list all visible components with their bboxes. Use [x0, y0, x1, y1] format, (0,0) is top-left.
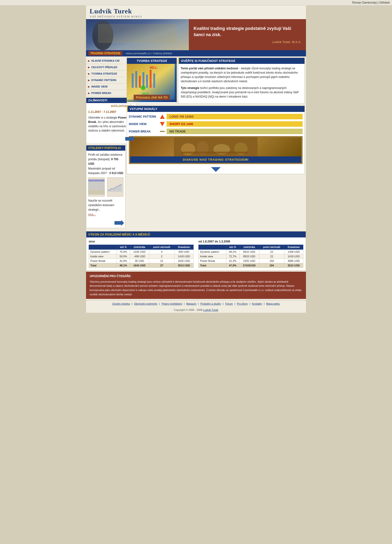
- col-header: [199, 245, 226, 249]
- cell: 50,0%: [117, 254, 130, 259]
- nav-inside[interactable]: ▶ INSIDE VIEW: [86, 83, 125, 90]
- footer-link-kontakty[interactable]: Kontakty: [252, 302, 262, 305]
- nav-celkovy[interactable]: ▶ CELKOVÝ PŘEHLED: [86, 64, 125, 71]
- vice-link[interactable]: více...: [88, 213, 96, 216]
- footer-link-forum[interactable]: Fórum: [225, 302, 233, 305]
- cell: 48,1%: [117, 263, 130, 268]
- cell: 1358 USD: [284, 249, 303, 254]
- cell: 1643 USD: [130, 263, 149, 268]
- top-sections: TVORBA STRATEGIÍ: [127, 58, 305, 104]
- signal-arrow-down-icon: [160, 122, 165, 126]
- cell: 1418 USD: [175, 254, 194, 259]
- diskuse-banner[interactable]: DISKUSE NAD TRADING STRATEGIEMI: [129, 136, 303, 164]
- stats-table-left: win % zisk/ztráta počet obchodů Drawdown…: [89, 245, 194, 268]
- cell: 3513 USD: [175, 263, 194, 268]
- vysledky-body: Profit od začátku existence portálu (lis…: [86, 151, 125, 219]
- vykon-right: od 1.8.2007 do 1.3.2008 win % zisk/ztrát…: [198, 240, 303, 268]
- cell: 22: [259, 249, 284, 254]
- footer-links: Úvodní stránka | Obchodní podmínky | Prá…: [86, 300, 306, 307]
- cell: 41,3%: [226, 259, 239, 263]
- col-header: Drawdown: [284, 245, 303, 249]
- tvorba-image: SELL↓ ↑BUY Průvodce JAK NA TO: [127, 64, 177, 102]
- cell: 42,9%: [117, 259, 130, 263]
- cell: 27: [149, 263, 174, 268]
- signaly-section: VSTUPNÍ SIGNÁLY DYNAMIC PATTERN LONG YM …: [127, 106, 305, 174]
- nav-item-label: TVORBA STRATEGIÍ: [91, 72, 117, 75]
- nav-hlavni[interactable]: ▶ HLAVNÍ STRÁNKA CW: [86, 58, 125, 64]
- vykon-body: únor win % zisk/ztráta počet obchodů Dra…: [86, 237, 306, 270]
- tvorba-section: TVORBA STRATEGIÍ: [127, 58, 177, 104]
- overit-body: Tento portál vám přináší unikátní možnos…: [178, 64, 304, 104]
- nav-item-label: DYNAMIC PATTERN: [91, 79, 117, 82]
- tvorba-label: Průvodce JAK NA TO: [134, 95, 170, 100]
- copyright-link[interactable]: Ludvík Turek: [203, 308, 218, 311]
- nav-tvorba[interactable]: ▶ TVORBA STRATEGIÍ: [86, 71, 125, 77]
- nav-item-label: HLAVNÍ STRÁNKA CW: [91, 59, 119, 62]
- table-row: Inside view 72,7% 8503 USD 22 1418 USD: [199, 254, 303, 259]
- vysledky-header: VÝSLEDKY PORTFOLIA: [86, 145, 125, 151]
- upozorneni-section: UPOZORNĚNÍ PRO ČTENÁŘE: Všechny prezento…: [86, 272, 306, 299]
- table-row: Dynamic pattern 68,2% 6815 USD 22 1358 U…: [199, 249, 303, 254]
- table-row-total: Total 47,9% 17243USD 194 3513 USD: [199, 263, 303, 268]
- logout-link[interactable]: Odhlásit: [379, 1, 390, 4]
- cell: 3085 USD: [284, 259, 303, 263]
- nav-dynamic[interactable]: ▶ DYNAMIC PATTERN: [86, 77, 125, 83]
- footer-link-pravni[interactable]: Právní prohlášení: [162, 302, 182, 305]
- logo: Ludvík Turek Váš průvodce světem burzy: [90, 7, 142, 18]
- vykon-section: VÝKON ZA POSLEDNÍ MĚSÍC A 6 MĚSÍCŮ únor …: [86, 231, 306, 271]
- footer-link-mapa[interactable]: Mapa webu: [266, 302, 280, 305]
- vysledky-section: VÝSLEDKY PORTFOLIA Profit od začátku exi…: [86, 145, 125, 228]
- cell: Dynamic pattern: [199, 249, 226, 254]
- svg-rect-3: [135, 71, 137, 88]
- signal-row-power: POWER BREAK NO TRADE: [127, 129, 304, 134]
- footer-link-obchodni[interactable]: Obchodní podmínky: [134, 302, 158, 305]
- signal-value-inside: SHORT ES 1445: [167, 121, 303, 127]
- svg-rect-2: [132, 73, 134, 88]
- left-nav: ▶ HLAVNÍ STRÁNKA CW ▶ CELKOVÝ PŘEHLED ▶ …: [86, 56, 125, 230]
- cell: 8503 USD: [239, 254, 259, 259]
- signal-row-dynamic: DYNAMIC PATTERN LONG YM 13400: [127, 114, 304, 119]
- breadcrumb: www.czechwealth.cz > Celkový přehled: [126, 52, 172, 55]
- cell: 72,7%: [226, 254, 239, 259]
- table-row: Power Break 41,3% 1925 USD 150 3085 USD: [199, 259, 303, 263]
- nav-item-label: POWER BREAK: [91, 92, 111, 95]
- cell: -498 USD: [130, 254, 149, 259]
- footer-link-procleny[interactable]: Pro členy: [237, 302, 248, 305]
- vykon-header: VÝKON ZA POSLEDNÍ MĚSÍC A 6 MĚSÍCŮ: [86, 231, 306, 237]
- user-link[interactable]: Roman Damborský: [352, 1, 377, 4]
- content-area: ▶ HLAVNÍ STRÁNKA CW ▶ CELKOVÝ PŘEHLED ▶ …: [86, 56, 306, 230]
- nav-item-label: CELKOVÝ PŘEHLED: [91, 66, 117, 69]
- banner-text: Kvalitní trading strategie podstatně zvy…: [189, 19, 306, 50]
- trading-label: TRADING STRATEGIE: [88, 51, 122, 55]
- nav-arrow-icon: ▶: [88, 72, 90, 75]
- nav-power[interactable]: ▶ POWER BREAK: [86, 90, 125, 96]
- cell: 3513 USD: [284, 263, 303, 268]
- vysledky-line2: Maximální propad od listopadu 2007 : 3 5…: [88, 166, 123, 176]
- signal-arrow-up-icon: [160, 115, 165, 119]
- col-header: [89, 245, 117, 249]
- cell: 2: [149, 254, 174, 259]
- cell: 22: [259, 254, 284, 259]
- svg-rect-4: [139, 76, 141, 88]
- footer-link-produkty[interactable]: Produkty a služby: [200, 302, 221, 305]
- cell: 35 USD: [130, 259, 149, 263]
- chart-table: [88, 177, 105, 196]
- svg-rect-6: [146, 75, 148, 88]
- vykon-right-title: od 1.8.2007 do 1.3.2008: [198, 240, 303, 243]
- cell: 605 USD: [175, 249, 194, 254]
- signal-name-inside: INSIDE VIEW: [129, 122, 160, 126]
- col-header: Drawdown: [175, 245, 194, 249]
- diskuse-label: DISKUSE NAD TRADING STRATEGIEMI: [130, 156, 301, 163]
- col-header: win %: [226, 245, 239, 249]
- table-row: Power Break 42,9% 35 USD 21 1625 USD: [89, 259, 194, 263]
- footer-link-magazin[interactable]: Magazín: [186, 302, 196, 305]
- signal-name-dynamic: DYNAMIC PATTERN: [129, 115, 160, 118]
- tvorba-header: TVORBA STRATEGIÍ: [127, 58, 177, 64]
- nav-arrow-icon: ▶: [88, 79, 90, 82]
- banner-quote: Kvalitní trading strategie podstatně zvy…: [194, 26, 301, 38]
- banner: Kvalitní trading strategie podstatně zvy…: [86, 19, 306, 50]
- cell: 1625 USD: [175, 259, 194, 263]
- nav-item-label: INSIDE VIEW: [91, 85, 108, 88]
- cell: 21: [149, 259, 174, 263]
- footer-link-uvodni[interactable]: Úvodní stránka: [112, 302, 130, 305]
